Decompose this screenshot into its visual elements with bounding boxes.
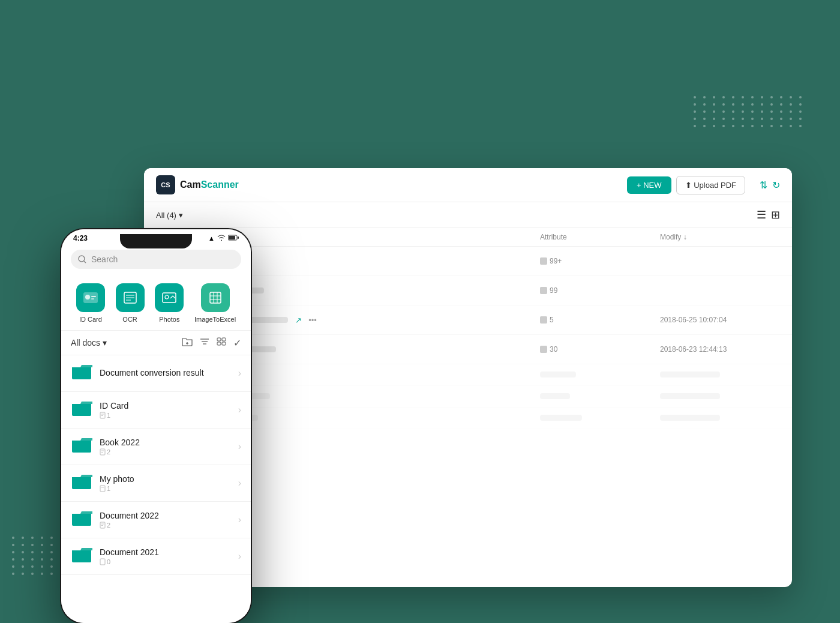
list-item[interactable]: Document 2022 2 › (61, 502, 251, 538)
new-folder-icon[interactable] (182, 337, 193, 349)
doc-meta: 0 (100, 558, 231, 565)
all-count-button[interactable]: All (4) ▾ (156, 211, 183, 220)
doc-name: My photo (100, 474, 231, 484)
svg-point-25 (165, 295, 169, 299)
doc-info: Document 2022 2 (100, 511, 231, 529)
list-view-icon[interactable]: ☰ (757, 208, 766, 221)
refresh-icon[interactable]: ↻ (772, 179, 780, 191)
list-item[interactable]: Document 2021 0 › (61, 538, 251, 575)
svg-line-15 (84, 261, 86, 263)
image-to-excel-label: ImageToExcel (194, 316, 236, 323)
row-modify: 2018-06-23 12:44:13 (660, 345, 780, 354)
row-attribute: 30 (540, 345, 660, 354)
battery-icon (228, 235, 239, 242)
docs-view-controls: ✓ (182, 337, 241, 349)
list-item[interactable]: My photo 1 › (61, 465, 251, 502)
svg-rect-51 (100, 559, 105, 565)
chevron-down-icon: ▾ (179, 211, 183, 220)
toolbar-view-toggle: ☰ ⊞ (757, 208, 780, 221)
upload-pdf-button[interactable]: ⬆ Upload PDF (676, 176, 745, 194)
chevron-down-icon: ▾ (103, 338, 107, 348)
search-bar[interactable]: Search (71, 250, 241, 269)
svg-rect-48 (100, 522, 105, 528)
row-attribute: 5 (540, 316, 660, 324)
grid-view-icon[interactable] (217, 337, 226, 348)
col-modify[interactable]: Modify (660, 233, 780, 241)
phone-header: Search (61, 245, 251, 276)
search-placeholder: Search (91, 254, 118, 264)
svg-rect-40 (100, 412, 105, 418)
status-icons: ▲ (208, 235, 239, 242)
id-card-icon (76, 283, 105, 312)
image-to-excel-icon (201, 283, 230, 312)
row-attribute: 99+ (540, 257, 660, 265)
list-item[interactable]: Book 2022 2 › (61, 429, 251, 465)
doc-info: Document conversion result (100, 368, 231, 379)
all-docs-label: All docs (71, 338, 100, 348)
svg-rect-37 (222, 338, 226, 341)
header-right-icons: ⇅ ↻ (760, 179, 780, 191)
filter-icon[interactable] (200, 337, 209, 348)
app-name: CamScanner (180, 179, 239, 190)
phone-screen: 4:23 ▲ (61, 229, 251, 623)
folder-icon (71, 363, 92, 384)
external-link-icon[interactable]: ↗ (295, 316, 302, 325)
photos-icon (155, 283, 184, 312)
svg-rect-38 (217, 342, 221, 345)
dot-decoration-top-right (694, 96, 804, 127)
doc-name: Document conversion result (100, 368, 231, 378)
folder-icon (71, 509, 92, 531)
svg-rect-46 (100, 486, 105, 492)
chevron-right-icon: › (238, 551, 241, 562)
quick-action-id-card[interactable]: ID Card (76, 283, 105, 323)
doc-name: Book 2022 (100, 438, 231, 447)
id-card-label: ID Card (79, 316, 102, 323)
doc-meta: 2 (100, 448, 231, 456)
quick-action-ocr[interactable]: OCR (116, 283, 145, 323)
svg-rect-19 (91, 298, 94, 299)
new-button[interactable]: + NEW (627, 176, 671, 194)
folder-icon (71, 436, 92, 457)
svg-rect-36 (217, 338, 221, 341)
svg-rect-26 (210, 292, 221, 303)
list-item[interactable]: Document conversion result › (61, 355, 251, 392)
svg-rect-24 (163, 293, 176, 302)
doc-info: Document 2021 0 (100, 547, 231, 565)
list-item[interactable]: ID Card 1 › (61, 392, 251, 429)
quick-action-image-to-excel[interactable]: ImageToExcel (194, 283, 236, 323)
svg-rect-39 (222, 342, 226, 345)
doc-info: Book 2022 2 (100, 438, 231, 456)
folder-icon (71, 546, 92, 567)
doc-info: My photo 1 (100, 474, 231, 492)
signal-icon: ▲ (208, 235, 215, 242)
app-logo: CS CamScanner (156, 175, 239, 194)
checkmark-icon[interactable]: ✓ (233, 337, 241, 349)
row-modify: 2018-06-25 10:07:04 (660, 316, 780, 324)
folder-icon (71, 472, 92, 494)
chevron-right-icon: › (238, 478, 241, 489)
doc-meta: 1 (100, 485, 231, 492)
folder-icon (71, 399, 92, 421)
docs-section-header: All docs ▾ (61, 331, 251, 355)
sort-icon[interactable]: ⇅ (760, 179, 767, 191)
all-docs-dropdown[interactable]: All docs ▾ (71, 338, 107, 348)
grid-view-icon[interactable]: ⊞ (771, 208, 780, 221)
row-attribute: 99 (540, 286, 660, 295)
svg-rect-43 (100, 449, 105, 455)
chevron-right-icon: › (238, 405, 241, 415)
doc-info: ID Card 1 (100, 401, 231, 419)
doc-meta: 2 (100, 522, 231, 529)
doc-name: Document 2022 (100, 511, 231, 520)
quick-action-photos[interactable]: Photos (155, 283, 184, 323)
chevron-right-icon: › (238, 514, 241, 525)
more-options-icon[interactable]: ••• (308, 316, 317, 325)
mobile-phone: 4:23 ▲ (60, 228, 252, 623)
col-attribute[interactable]: Attribute (540, 233, 660, 241)
svg-point-17 (85, 295, 90, 299)
svg-point-14 (79, 256, 85, 262)
document-list: Document conversion result › ID Card (61, 355, 251, 623)
quick-actions-bar: ID Card OCR (61, 276, 251, 331)
photos-label: Photos (159, 316, 179, 323)
doc-name: Document 2021 (100, 547, 231, 557)
svg-rect-12 (229, 236, 235, 239)
